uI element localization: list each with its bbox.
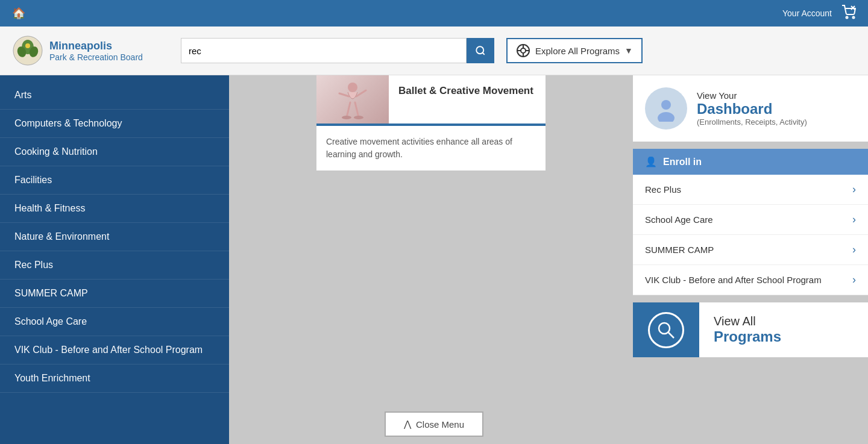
- explore-label: Explore All Programs: [535, 46, 620, 56]
- header: Minneapolis Park & Recreation Board Expl…: [0, 27, 868, 75]
- logo-subtitle: Park & Recreation Board: [49, 52, 143, 62]
- dashboard-heading: View Your: [697, 90, 807, 101]
- ballet-image: [329, 75, 377, 124]
- sidebar-item-health[interactable]: Health & Fitness: [0, 195, 229, 223]
- logo-name: Minneapolis: [49, 40, 143, 52]
- svg-line-10: [482, 52, 484, 54]
- chevron-right-icon: ›: [852, 183, 856, 196]
- dashboard-subtitle: (Enrollments, Receipts, Activity): [697, 117, 807, 127]
- enroll-item-summer-camp[interactable]: SUMMER CAMP ›: [633, 235, 868, 265]
- avatar: [645, 87, 687, 130]
- sidebar-item-computers[interactable]: Computers & Technology: [0, 110, 229, 138]
- program-card-title: Ballet & Creative Movement: [398, 85, 536, 97]
- center-content: Ballet & Creative Movement Creative move…: [229, 75, 633, 444]
- enroll-item-school-age-care[interactable]: School Age Care ›: [633, 205, 868, 235]
- program-card[interactable]: Ballet & Creative Movement Creative move…: [316, 75, 546, 170]
- sidebar-item-vik-club[interactable]: VIK Club - Before and After School Progr…: [0, 336, 229, 364]
- dashboard-title: Dashboard: [697, 101, 807, 117]
- cart-icon[interactable]: [841, 5, 856, 22]
- svg-point-19: [354, 116, 363, 119]
- enroll-item-recplus[interactable]: Rec Plus ›: [633, 175, 868, 205]
- chevron-down-icon: ▼: [624, 46, 633, 55]
- chevron-right-icon: ›: [852, 274, 856, 286]
- svg-point-17: [348, 83, 357, 92]
- logo-area[interactable]: Minneapolis Park & Recreation Board: [12, 35, 169, 66]
- close-menu-label: Close Menu: [416, 419, 464, 430]
- svg-point-8: [25, 43, 30, 48]
- sidebar-item-arts[interactable]: Arts: [0, 81, 229, 110]
- view-all-card[interactable]: View All Programs: [633, 302, 868, 357]
- svg-line-23: [668, 333, 674, 338]
- view-all-programs-label: Programs: [714, 328, 781, 345]
- enroll-vik-club-label: VIK Club - Before and After School Progr…: [645, 275, 822, 285]
- view-all-label: View All: [714, 314, 781, 328]
- svg-point-22: [659, 323, 670, 334]
- svg-point-21: [658, 112, 675, 122]
- sidebar-item-school-age[interactable]: School Age Care: [0, 308, 229, 336]
- svg-point-12: [521, 48, 526, 53]
- svg-point-20: [661, 100, 671, 110]
- home-icon[interactable]: 🏠: [12, 7, 25, 20]
- enroll-recplus-label: Rec Plus: [645, 184, 681, 195]
- search-button[interactable]: [467, 38, 494, 63]
- program-card-image: [316, 75, 389, 124]
- enroll-item-vik-club[interactable]: VIK Club - Before and After School Progr…: [633, 265, 868, 295]
- user-avatar-icon: [653, 95, 679, 122]
- svg-point-1: [853, 16, 855, 18]
- logo-icon: [12, 35, 43, 66]
- right-panel: View Your Dashboard (Enrollments, Receip…: [633, 75, 868, 444]
- search-circle-icon: [648, 312, 684, 348]
- search-input[interactable]: [181, 38, 467, 63]
- person-icon: 👤: [645, 156, 657, 167]
- enroll-header-label: Enroll in: [663, 157, 702, 167]
- search-area: [181, 38, 494, 63]
- chevron-right-icon: ›: [852, 213, 856, 226]
- close-menu-button[interactable]: ⋀ Close Menu: [385, 411, 483, 437]
- account-link[interactable]: Your Account: [782, 8, 832, 18]
- program-card-description: Creative movement activities enhance all…: [316, 126, 546, 170]
- sidebar-item-summer-camp[interactable]: SUMMER CAMP: [0, 280, 229, 308]
- top-bar: 🏠 Your Account: [0, 0, 868, 27]
- enroll-school-age-label: School Age Care: [645, 214, 713, 225]
- enroll-section: 👤 Enroll in Rec Plus › School Age Care ›…: [633, 149, 868, 295]
- sidebar: Arts Computers & Technology Cooking & Nu…: [0, 75, 229, 444]
- enroll-header: 👤 Enroll in: [633, 149, 868, 175]
- chevron-right-icon: ›: [852, 243, 856, 256]
- main-content: Arts Computers & Technology Cooking & Nu…: [0, 75, 868, 444]
- sidebar-item-recplus[interactable]: Rec Plus: [0, 251, 229, 280]
- sidebar-item-cooking[interactable]: Cooking & Nutrition: [0, 138, 229, 166]
- sidebar-item-facilities[interactable]: Facilities: [0, 166, 229, 195]
- svg-point-18: [342, 116, 351, 119]
- explore-icon: [516, 43, 530, 58]
- sidebar-item-nature[interactable]: Nature & Environment: [0, 223, 229, 251]
- sidebar-item-youth[interactable]: Youth Enrichment: [0, 364, 229, 393]
- svg-point-0: [846, 16, 848, 18]
- svg-point-9: [476, 46, 483, 54]
- enroll-summer-camp-label: SUMMER CAMP: [645, 245, 714, 255]
- explore-all-button[interactable]: Explore All Programs ▼: [506, 38, 643, 63]
- view-all-icon-area: [633, 302, 699, 357]
- chevron-up-icon: ⋀: [404, 419, 411, 430]
- dashboard-card[interactable]: View Your Dashboard (Enrollments, Receip…: [633, 75, 868, 142]
